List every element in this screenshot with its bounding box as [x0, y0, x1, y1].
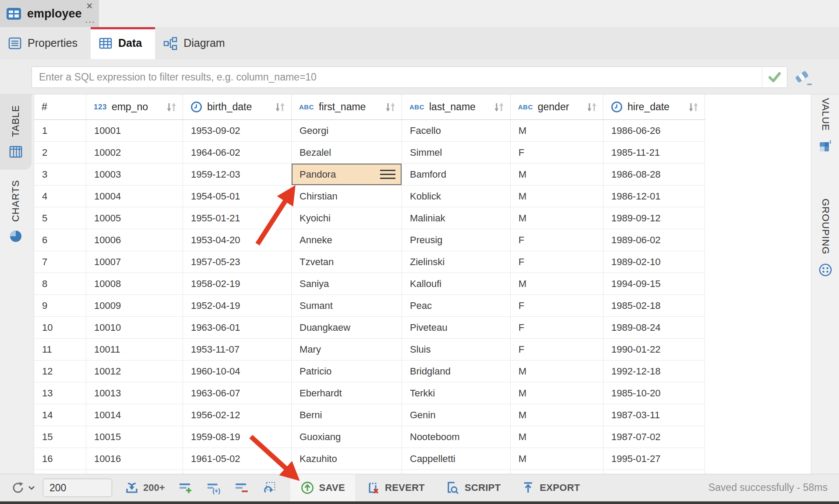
sql-filter-input[interactable] — [32, 67, 762, 88]
presentation-tab-charts[interactable]: CHARTS — [0, 175, 32, 248]
cell-last-name[interactable]: Preusig — [402, 229, 511, 251]
cell-first-name[interactable]: Kyoichi — [292, 207, 402, 229]
cell-first-name[interactable]: Tzvetan — [292, 251, 402, 273]
save-button[interactable]: SAVE — [290, 474, 355, 502]
cell-emp-no[interactable]: 10013 — [86, 382, 183, 404]
cell-last-name[interactable]: Genin — [402, 404, 511, 426]
editor-tab-employee[interactable]: employee × … — [0, 0, 99, 27]
cell-last-name[interactable]: Bamford — [402, 164, 511, 185]
close-tab-icon[interactable]: × — [86, 0, 93, 11]
cell-birth-date[interactable]: 1963-06-07 — [183, 382, 292, 404]
header-emp-no[interactable]: 123 emp_no — [86, 94, 183, 119]
header-row-number[interactable]: # — [34, 94, 86, 119]
sort-icon[interactable] — [274, 102, 286, 113]
cell-birth-date[interactable]: 1953-09-02 — [183, 120, 292, 141]
cell-gender[interactable]: F — [511, 251, 603, 273]
row-number-cell[interactable]: 10 — [34, 317, 86, 338]
cell-hire-date[interactable]: 1989-06-02 — [603, 229, 705, 251]
row-limit-input[interactable] — [43, 479, 112, 497]
cell-first-name[interactable]: Patricio — [292, 360, 402, 382]
row-number-cell[interactable]: 6 — [34, 229, 86, 251]
row-number-cell[interactable]: 3 — [34, 164, 86, 185]
revert-button[interactable]: REVERT — [355, 474, 435, 502]
table-row[interactable]: 16 10016 1961-05-02 Kazuhito Cappelletti… — [34, 448, 705, 470]
cell-last-name[interactable]: Koblick — [402, 186, 511, 207]
refresh-row-button[interactable] — [262, 480, 277, 495]
cell-hire-date[interactable]: 1989-02-10 — [603, 251, 705, 273]
cell-birth-date[interactable]: 1956-02-12 — [183, 404, 292, 426]
cell-gender[interactable]: F — [511, 339, 603, 360]
cell-birth-date[interactable]: 1955-01-21 — [183, 207, 292, 229]
cell-hire-date[interactable]: 1992-12-18 — [603, 360, 705, 382]
cell-first-name[interactable]: Anneke — [292, 229, 402, 251]
cell-last-name[interactable]: Maliniak — [402, 207, 511, 229]
add-row-button[interactable] — [178, 480, 193, 495]
apply-filter-button[interactable] — [762, 67, 787, 88]
row-number-cell[interactable]: 13 — [34, 382, 86, 404]
sort-icon[interactable] — [493, 102, 504, 113]
presentation-tab-table[interactable]: TABLE — [0, 94, 32, 170]
table-row[interactable]: 10 10010 1963-06-01 Duangkaew Piveteau F… — [34, 317, 705, 339]
table-row[interactable]: 9 10009 1952-04-19 Sumant Peac F 1985-02… — [34, 295, 705, 317]
cell-hire-date[interactable]: 1985-11-21 — [603, 142, 705, 163]
tab-properties[interactable]: Properties — [0, 27, 91, 59]
cell-emp-no[interactable]: 10016 — [86, 448, 183, 469]
table-row[interactable]: 6 10006 1953-04-20 Anneke Preusig F 1989… — [34, 229, 705, 251]
cell-gender[interactable]: M — [511, 426, 603, 448]
cell-hire-date[interactable]: 1986-12-01 — [603, 186, 705, 207]
cell-emp-no[interactable]: 10004 — [86, 186, 183, 207]
row-number-cell[interactable]: 2 — [34, 142, 86, 163]
cell-last-name[interactable]: Zielinski — [402, 251, 511, 273]
row-number-cell[interactable]: 8 — [34, 273, 86, 294]
table-row[interactable]: 3 10003 1959-12-03 Pandora Bamford M 198… — [34, 164, 705, 186]
table-row[interactable]: 8 10008 1958-02-19 Saniya Kalloufi M 199… — [34, 273, 705, 295]
cell-emp-no[interactable]: 10002 — [86, 142, 183, 163]
cell-birth-date[interactable]: 1952-04-19 — [183, 295, 292, 316]
sort-icon[interactable] — [586, 102, 597, 113]
cell-last-name[interactable]: Kalloufi — [402, 273, 511, 294]
cell-last-name[interactable]: Sluis — [402, 339, 511, 360]
cell-gender[interactable]: F — [511, 229, 603, 251]
cell-gender[interactable]: M — [511, 120, 603, 141]
cell-emp-no[interactable]: 10001 — [86, 120, 183, 141]
cell-first-name[interactable]: Berni — [292, 404, 402, 426]
header-hire-date[interactable]: hire_date — [603, 94, 705, 119]
cell-first-name[interactable]: Duangkaew — [292, 317, 402, 338]
cell-hire-date[interactable]: 1987-03-11 — [603, 404, 705, 426]
row-number-cell[interactable]: 14 — [34, 404, 86, 426]
header-gender[interactable]: ABC gender — [511, 94, 603, 119]
cell-first-name[interactable]: Guoxiang — [292, 426, 402, 448]
cell-birth-date[interactable]: 1953-11-07 — [183, 339, 292, 360]
cell-emp-no[interactable]: 10005 — [86, 207, 183, 229]
table-row[interactable]: 15 10015 1959-08-19 Guoxiang Nooteboom M… — [34, 426, 705, 448]
cell-options-icon[interactable] — [380, 170, 395, 179]
cell-first-name[interactable]: Bezalel — [292, 142, 402, 163]
cell-hire-date[interactable]: 1985-10-20 — [603, 382, 705, 404]
cell-first-name[interactable]: Pandora — [292, 164, 402, 185]
sort-icon[interactable] — [166, 102, 177, 113]
row-number-cell[interactable]: 16 — [34, 448, 86, 469]
cell-hire-date[interactable]: 1989-09-12 — [603, 207, 705, 229]
duplicate-row-button[interactable]: (+) — [206, 480, 221, 495]
table-row[interactable]: 11 10011 1953-11-07 Mary Sluis F 1990-01… — [34, 339, 705, 360]
export-button[interactable]: EXPORT — [511, 474, 590, 502]
cell-emp-no[interactable]: 10006 — [86, 229, 183, 251]
cell-hire-date[interactable]: 1986-08-28 — [603, 164, 705, 185]
cell-gender[interactable]: M — [511, 448, 603, 469]
table-row[interactable]: 13 10013 1963-06-07 Eberhardt Terkki M 1… — [34, 382, 705, 404]
cell-hire-date[interactable]: 1986-06-26 — [603, 120, 705, 141]
cell-last-name[interactable]: Cappelletti — [402, 448, 511, 469]
sort-icon[interactable] — [384, 102, 396, 113]
cell-first-name[interactable]: Saniya — [292, 273, 402, 294]
cell-last-name[interactable]: Nooteboom — [402, 426, 511, 448]
table-row[interactable]: 1 10001 1953-09-02 Georgi Facello M 1986… — [34, 120, 705, 142]
tab-data[interactable]: Data — [91, 27, 155, 59]
cell-hire-date[interactable]: 1985-02-18 — [603, 295, 705, 316]
clear-filter-icon[interactable] — [794, 70, 813, 86]
cell-last-name[interactable]: Piveteau — [402, 317, 511, 338]
cell-birth-date[interactable]: 1959-12-03 — [183, 164, 292, 185]
row-number-cell[interactable]: 11 — [34, 339, 86, 360]
cell-hire-date[interactable]: 1994-09-15 — [603, 273, 705, 294]
cell-birth-date[interactable]: 1957-05-23 — [183, 251, 292, 273]
cell-hire-date[interactable]: 1989-08-24 — [603, 317, 705, 338]
